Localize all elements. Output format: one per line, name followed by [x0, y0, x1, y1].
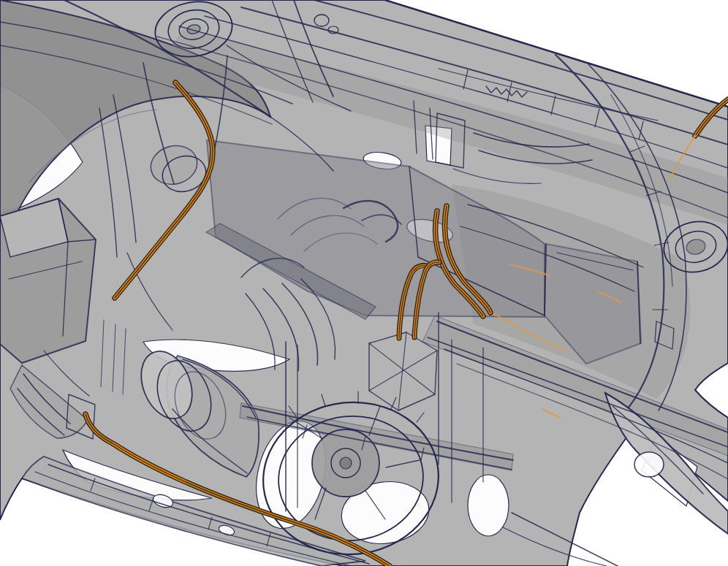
viewport-3d[interactable] [0, 0, 728, 566]
opening-fan-right [468, 475, 509, 536]
fan-hub-center [340, 457, 352, 469]
subframe-hole [634, 452, 664, 477]
cad-viewport[interactable] [0, 0, 728, 566]
